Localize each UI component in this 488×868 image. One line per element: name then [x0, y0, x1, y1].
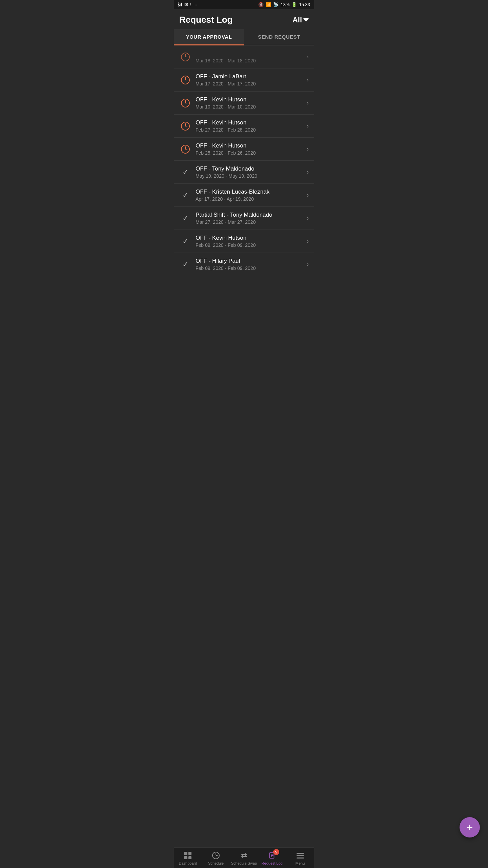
chevron-right-icon: › — [307, 99, 309, 106]
signal-icon: 📡 — [273, 2, 279, 7]
battery-icon: 🔋 — [291, 2, 297, 7]
notification-icon: ! — [190, 2, 191, 7]
nav-schedule[interactable]: Schedule — [202, 848, 230, 868]
list-item-content: OFF - Tony Maldonado May 19, 2020 - May … — [196, 165, 304, 179]
list-item-content: Partial Shift - Tony Maldonado Mar 27, 2… — [196, 212, 304, 225]
status-right: 🔇 📶 📡 13% 🔋 15:33 — [258, 2, 310, 7]
clock-icon — [179, 53, 191, 61]
list-item-content: OFF - Kevin Hutson Feb 27, 2020 - Feb 28… — [196, 119, 304, 133]
list-item-date: Feb 09, 2020 - Feb 09, 2020 — [196, 265, 304, 271]
list-item-date: Feb 25, 2020 - Feb 26, 2020 — [196, 150, 304, 156]
dashboard-icon — [183, 851, 192, 860]
chevron-right-icon: › — [307, 169, 309, 176]
chevron-right-icon: › — [307, 53, 309, 60]
nav-schedule-swap[interactable]: ⇄ Schedule Swap — [230, 848, 258, 868]
list-item-date: Mar 17, 2020 - Mar 17, 2020 — [196, 81, 304, 86]
list-item-title: OFF - Kristen Lucas-Bleznak — [196, 189, 304, 195]
list-item-date: Mar 27, 2020 - Mar 27, 2020 — [196, 219, 304, 225]
list-item-date: Feb 09, 2020 - Feb 09, 2020 — [196, 242, 304, 248]
list-item-content: OFF - Kevin Hutson Feb 09, 2020 - Feb 09… — [196, 235, 304, 248]
chevron-right-icon: › — [307, 192, 309, 199]
photo-icon: 🖼 — [178, 2, 182, 7]
clock-icon — [179, 76, 191, 84]
chevron-right-icon: › — [307, 261, 309, 268]
wifi-icon: 📶 — [266, 2, 271, 7]
check-icon: ✓ — [179, 191, 191, 200]
mute-icon: 🔇 — [258, 2, 264, 7]
list-item[interactable]: ✓ OFF - Kristen Lucas-Bleznak Apr 17, 20… — [174, 184, 314, 207]
list-item-title: OFF - Jamie LaBart — [196, 73, 304, 80]
schedule-icon — [211, 851, 220, 860]
filter-dropdown[interactable]: All — [292, 16, 309, 24]
list-item-content: Mar 18, 2020 - Mar 18, 2020 — [196, 50, 304, 63]
list-item-title: Partial Shift - Tony Maldonado — [196, 212, 304, 218]
list-item[interactable]: ✓ OFF - Hilary Paul Feb 09, 2020 - Feb 0… — [174, 253, 314, 276]
nav-request-log-label: Request Log — [262, 861, 283, 865]
nav-dashboard[interactable]: Dashboard — [174, 848, 202, 868]
list-item[interactable]: OFF - Kevin Hutson Feb 25, 2020 - Feb 26… — [174, 138, 314, 161]
list-item[interactable]: OFF - Jamie LaBart Mar 17, 2020 - Mar 17… — [174, 68, 314, 92]
tab-send-request[interactable]: SEND REQUEST — [244, 29, 314, 45]
chevron-right-icon: › — [307, 76, 309, 83]
chevron-right-icon: › — [307, 215, 309, 222]
tab-your-approval[interactable]: YOUR APPROVAL — [174, 29, 244, 45]
list-item-content: OFF - Kevin Hutson Mar 10, 2020 - Mar 10… — [196, 96, 304, 110]
list-item-title: OFF - Kevin Hutson — [196, 235, 304, 241]
nav-schedule-swap-label: Schedule Swap — [231, 861, 257, 865]
header: Request Log All — [174, 9, 314, 29]
nav-menu[interactable]: Menu — [286, 848, 314, 868]
check-icon: ✓ — [179, 237, 191, 246]
clock-status: 15:33 — [299, 2, 310, 7]
list-item-date: Apr 17, 2020 - Apr 19, 2020 — [196, 196, 304, 202]
list-item-title — [196, 50, 304, 57]
list-item-title: OFF - Kevin Hutson — [196, 119, 304, 126]
clock-icon — [179, 145, 191, 154]
list-item-content: OFF - Kevin Hutson Feb 25, 2020 - Feb 26… — [196, 142, 304, 156]
more-icon: ··· — [194, 2, 197, 7]
list-item-title: OFF - Hilary Paul — [196, 258, 304, 264]
swap-icon: ⇄ — [240, 851, 248, 860]
mail-icon: ✉ — [184, 2, 188, 7]
chevron-down-icon — [303, 18, 309, 22]
chevron-right-icon: › — [307, 122, 309, 130]
list-item[interactable]: OFF - Kevin Hutson Mar 10, 2020 - Mar 10… — [174, 92, 314, 115]
chevron-right-icon: › — [307, 145, 309, 153]
request-log-icon: 5 — [268, 851, 277, 860]
list-item-content: OFF - Jamie LaBart Mar 17, 2020 - Mar 17… — [196, 73, 304, 86]
clock-icon — [179, 122, 191, 131]
list-item-title: OFF - Kevin Hutson — [196, 142, 304, 149]
battery-text: 13% — [281, 2, 289, 7]
list-item-title: OFF - Tony Maldonado — [196, 165, 304, 172]
list-item-title: OFF - Kevin Hutson — [196, 96, 304, 103]
list-item-content: OFF - Kristen Lucas-Bleznak Apr 17, 2020… — [196, 189, 304, 202]
list-item[interactable]: ✓ OFF - Kevin Hutson Feb 09, 2020 - Feb … — [174, 230, 314, 253]
tabs: YOUR APPROVAL SEND REQUEST — [174, 29, 314, 45]
check-icon: ✓ — [179, 260, 191, 269]
list-item[interactable]: OFF - Kevin Hutson Feb 27, 2020 - Feb 28… — [174, 115, 314, 138]
chevron-right-icon: › — [307, 238, 309, 245]
list-item[interactable]: ✓ OFF - Tony Maldonado May 19, 2020 - Ma… — [174, 161, 314, 184]
bottom-nav: Dashboard Schedule ⇄ Schedule Swap 5 Req… — [174, 847, 314, 868]
nav-schedule-label: Schedule — [208, 861, 224, 865]
list-item-date: May 19, 2020 - May 19, 2020 — [196, 173, 304, 179]
list-item[interactable]: ✓ Partial Shift - Tony Maldonado Mar 27,… — [174, 207, 314, 230]
check-icon: ✓ — [179, 168, 191, 177]
check-icon: ✓ — [179, 214, 191, 223]
list-item[interactable]: Mar 18, 2020 - Mar 18, 2020 › — [174, 45, 314, 68]
clock-icon — [179, 99, 191, 107]
request-list: Mar 18, 2020 - Mar 18, 2020 › OFF - Jami… — [174, 45, 314, 310]
filter-label: All — [292, 16, 302, 24]
page-title: Request Log — [179, 15, 232, 25]
status-bar: 🖼 ✉ ! ··· 🔇 📶 📡 13% 🔋 15:33 — [174, 0, 314, 9]
menu-icon — [296, 851, 305, 860]
list-item-date: Mar 18, 2020 - Mar 18, 2020 — [196, 58, 304, 63]
status-left: 🖼 ✉ ! ··· — [178, 2, 197, 7]
nav-dashboard-label: Dashboard — [179, 861, 197, 865]
notification-badge: 5 — [273, 849, 279, 855]
nav-request-log[interactable]: 5 Request Log — [258, 848, 286, 868]
list-item-date: Mar 10, 2020 - Mar 10, 2020 — [196, 104, 304, 110]
nav-menu-label: Menu — [296, 861, 305, 865]
list-item-content: OFF - Hilary Paul Feb 09, 2020 - Feb 09,… — [196, 258, 304, 271]
list-item-date: Feb 27, 2020 - Feb 28, 2020 — [196, 127, 304, 133]
